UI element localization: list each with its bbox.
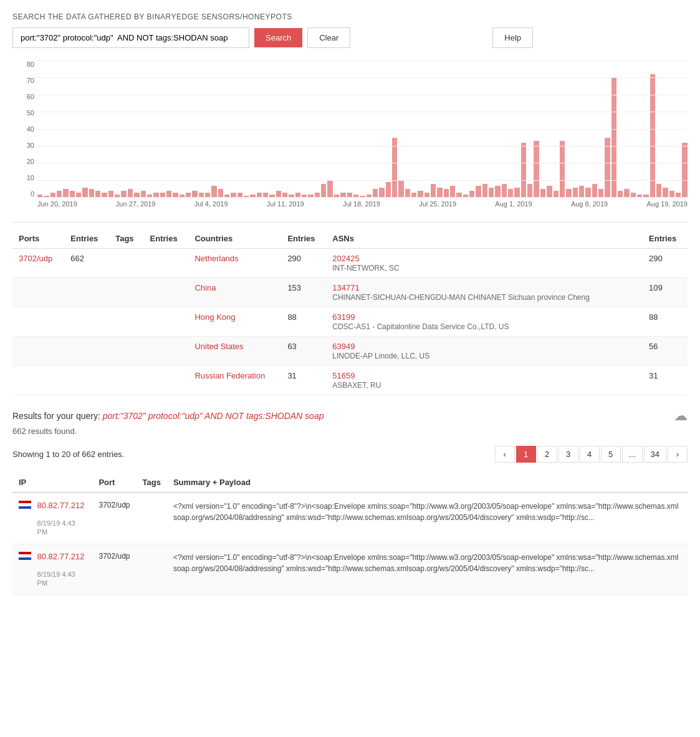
port-cell: 3702/udp xyxy=(92,493,136,544)
payload-cell: <?xml version="1.0" encoding="utf-8"?>\n… xyxy=(167,544,688,595)
pagination-btn-3[interactable]: 3 xyxy=(559,446,578,463)
countries-header: Countries xyxy=(188,229,281,249)
chart-x-labels: Jun 20, 2019Jun 27, 2019Jul 4, 2019Jul 1… xyxy=(12,200,688,208)
table-row: 80.82.77.2128/19/19 4:43 PM3702/udp<?xml… xyxy=(12,544,688,595)
results-section: Results for your query: port:"3702" prot… xyxy=(12,408,688,436)
ip-link[interactable]: 80.82.77.212 xyxy=(37,501,87,510)
pagination-btn-...[interactable]: ... xyxy=(622,446,643,463)
clear-button[interactable]: Clear xyxy=(307,27,350,48)
flag-icon xyxy=(19,501,31,509)
asn-link[interactable]: 63949 xyxy=(332,342,622,351)
pagination-btn-5[interactable]: 5 xyxy=(601,446,621,463)
chart-container: 01020304050607080 Jun 20, 2019Jun 27, 20… xyxy=(12,60,688,223)
pagination-next[interactable]: › xyxy=(668,446,688,463)
chart-y-labels: 01020304050607080 xyxy=(12,60,34,198)
asn-link[interactable]: 134771 xyxy=(332,283,622,292)
pagination-info: Showing 1 to 20 of 662 entries. xyxy=(12,450,124,459)
flag-icon xyxy=(19,552,31,560)
country-link[interactable]: Netherlands xyxy=(194,254,238,263)
ports-entries-header: Entries xyxy=(64,229,109,249)
pagination-btn-34[interactable]: 34 xyxy=(644,446,666,463)
pagination-btn-4[interactable]: 4 xyxy=(580,446,600,463)
country-link[interactable]: Russian Federation xyxy=(194,371,265,380)
ip-date: 8/19/19 4:43 PM xyxy=(37,519,75,536)
countries-entries-header: Entries xyxy=(281,229,326,249)
asns-entries-header: Entries xyxy=(643,229,688,249)
results-label: Results for your query: xyxy=(12,411,100,421)
ip-date: 8/19/19 4:43 PM xyxy=(37,571,75,587)
asn-link[interactable]: 63199 xyxy=(332,312,622,322)
search-button[interactable]: Search xyxy=(254,28,302,47)
tags-entries-header: Entries xyxy=(144,229,189,249)
search-input[interactable] xyxy=(12,27,249,48)
pagination-prev[interactable]: ‹ xyxy=(495,446,515,463)
col-ip: IP xyxy=(12,473,92,493)
results-table: IP Port Tags Summary + Payload 80.82.77.… xyxy=(12,473,688,595)
tags-cell xyxy=(137,544,167,595)
col-tags: Tags xyxy=(137,473,167,493)
ports-header: Ports xyxy=(12,229,64,249)
payload-cell: <?xml version="1.0" encoding="utf-8"?>\n… xyxy=(167,493,688,544)
col-summary: Summary + Payload xyxy=(167,473,688,493)
asns-header: ASNs xyxy=(326,229,643,249)
results-count: 662 results found. xyxy=(12,426,688,436)
tags-cell xyxy=(137,493,167,544)
search-title: SEARCH THE DATA GATHERED BY BINARYEDGE S… xyxy=(12,12,688,21)
country-link[interactable]: United States xyxy=(194,342,243,351)
pagination-btn-1[interactable]: 1 xyxy=(516,446,536,463)
results-query-text: port:"3702" protocol:"udp" AND NOT tags:… xyxy=(103,411,324,421)
cloud-icon[interactable]: ☁ xyxy=(674,408,688,424)
asn-link[interactable]: 202425 xyxy=(332,254,622,263)
help-button[interactable]: Help xyxy=(492,27,533,48)
tags-header: Tags xyxy=(109,229,143,249)
country-link[interactable]: China xyxy=(194,283,216,292)
country-link[interactable]: Hong Kong xyxy=(194,312,235,322)
pagination-btn-2[interactable]: 2 xyxy=(537,446,557,463)
pagination-bar: Showing 1 to 20 of 662 entries. ‹12345..… xyxy=(12,446,688,463)
asn-link[interactable]: 51659 xyxy=(332,371,622,380)
stats-table: Ports Entries Tags Entries Countries Ent… xyxy=(12,229,688,395)
port-link[interactable]: 3702/udp xyxy=(19,254,52,263)
table-row: 80.82.77.2128/19/19 4:43 PM3702/udp<?xml… xyxy=(12,493,688,544)
col-port: Port xyxy=(92,473,136,493)
port-cell: 3702/udp xyxy=(92,544,136,595)
ip-link[interactable]: 80.82.77.212 xyxy=(37,552,87,561)
